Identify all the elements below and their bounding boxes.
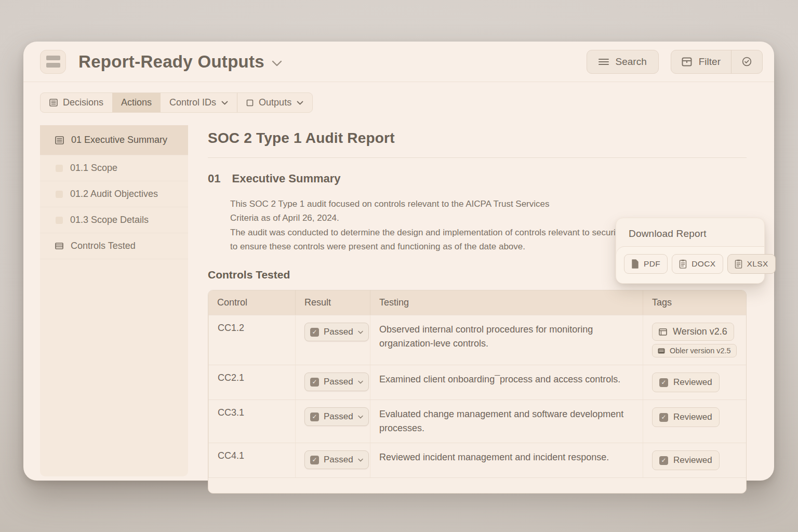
tags-cell: Wersion v2.6 Obler version v2.5 bbox=[652, 323, 739, 357]
header-actions: Search Filter bbox=[587, 50, 763, 74]
tag-label: Reviewed bbox=[673, 412, 712, 422]
page-title[interactable]: Report-Ready Outputs bbox=[78, 52, 282, 72]
checkbox-checked-icon: ✓ bbox=[310, 456, 319, 464]
tab-actions-label: Actions bbox=[121, 97, 152, 108]
control-id-cell: CC3.1 bbox=[208, 400, 295, 443]
divider bbox=[208, 157, 747, 158]
result-value: Passed bbox=[324, 377, 353, 387]
sidebar-item-scope-details[interactable]: 01.3 Scope Details bbox=[40, 207, 188, 233]
chevron-down-icon bbox=[297, 101, 303, 105]
sidebar-filler bbox=[40, 259, 188, 476]
tab-decisions-label: Decisions bbox=[63, 97, 103, 108]
section-title: Executive Summary bbox=[232, 172, 340, 185]
testing-cell: Reviewed incident management and inciden… bbox=[370, 443, 643, 477]
control-id-cell: CC2.1 bbox=[208, 365, 295, 400]
reviewed-tag[interactable]: ✓ Reviewed bbox=[652, 450, 720, 470]
file-lines-icon bbox=[735, 259, 742, 269]
result-value: Passed bbox=[324, 411, 353, 422]
section-number: 01 bbox=[208, 172, 220, 185]
content-area: 01 Executive Summary 01.1 Scope 01.2 Aud… bbox=[23, 125, 774, 482]
tag-label: Obler version v2.5 bbox=[670, 347, 731, 355]
file-solid-icon bbox=[631, 259, 639, 269]
list-icon bbox=[658, 348, 665, 354]
table-row: CC1.2 ✓ Passed Observed internal control… bbox=[208, 315, 746, 365]
verify-button[interactable] bbox=[732, 50, 762, 73]
version-tag-secondary[interactable]: Obler version v2.5 bbox=[652, 344, 737, 357]
search-button-label: Search bbox=[616, 56, 647, 68]
bullet-square-icon bbox=[56, 191, 63, 198]
result-dropdown[interactable]: ✓ Passed bbox=[304, 450, 369, 469]
chevron-down-icon bbox=[221, 101, 228, 105]
version-tag[interactable]: Wersion v2.6 bbox=[652, 323, 734, 341]
report-pane: SOC 2 Type 1 Audit Report 01 Executive S… bbox=[208, 125, 747, 482]
sidebar-item-label: 01.2 Audit Objectives bbox=[70, 189, 158, 200]
download-panel-title: Download Report bbox=[616, 218, 764, 247]
sidebar-item-label: 01.1 Scope bbox=[70, 163, 117, 174]
tab-control-ids-label: Control IDs bbox=[169, 97, 216, 108]
window-header: Report-Ready Outputs Search Filter bbox=[23, 42, 774, 82]
reviewed-tag[interactable]: ✓ Reviewed bbox=[652, 373, 720, 392]
testing-cell: Examined client onboarding¯process and a… bbox=[370, 365, 643, 400]
checkbox-checked-icon: ✓ bbox=[659, 456, 668, 465]
lined-document-icon bbox=[55, 136, 64, 144]
result-dropdown[interactable]: ✓ Passed bbox=[304, 323, 369, 341]
table-footer-filler bbox=[208, 477, 746, 493]
chevron-down-icon bbox=[358, 415, 363, 419]
filter-icon bbox=[682, 57, 692, 66]
result-dropdown[interactable]: ✓ Passed bbox=[304, 373, 369, 391]
app-logo-icon[interactable] bbox=[40, 50, 66, 74]
reviewed-tag[interactable]: ✓ Reviewed bbox=[652, 407, 720, 427]
download-pdf-button[interactable]: PDF bbox=[624, 254, 668, 274]
result-dropdown[interactable]: ✓ Passed bbox=[304, 407, 369, 426]
bullet-square-icon bbox=[56, 165, 63, 172]
download-button-label: XLSX bbox=[747, 259, 768, 269]
bullet-square-icon bbox=[56, 217, 63, 224]
list-icon bbox=[55, 243, 63, 249]
filter-group: Filter bbox=[671, 50, 763, 74]
column-header-result: Result bbox=[295, 290, 370, 315]
tab-outputs[interactable]: Outputs bbox=[237, 93, 312, 112]
circle-check-icon bbox=[742, 57, 752, 66]
paragraph-line: Criteria as of April 26, 2024. bbox=[230, 213, 339, 223]
download-buttons: PDF DOCX XLSX bbox=[616, 247, 764, 283]
filter-button[interactable]: Filter bbox=[671, 50, 731, 73]
sidebar-item-scope[interactable]: 01.1 Scope bbox=[40, 155, 188, 181]
search-button[interactable]: Search bbox=[587, 50, 659, 74]
result-value: Passed bbox=[324, 327, 353, 337]
square-outline-icon bbox=[246, 99, 254, 107]
tag-label: Wersion v2.6 bbox=[673, 326, 727, 337]
column-header-tags: Tags bbox=[643, 290, 746, 315]
window-grid-icon bbox=[659, 328, 667, 336]
sidebar-item-controls-tested[interactable]: Controls Tested bbox=[40, 233, 188, 259]
tab-actions[interactable]: Actions bbox=[112, 93, 161, 112]
table-body: CC1.2 ✓ Passed Observed internal control… bbox=[208, 315, 746, 493]
outline-sidebar: 01 Executive Summary 01.1 Scope 01.2 Aud… bbox=[40, 125, 188, 476]
tab-decisions[interactable]: Decisions bbox=[41, 93, 112, 112]
chevron-down-icon bbox=[358, 458, 363, 462]
sidebar-item-audit-objectives[interactable]: 01.2 Audit Objectives bbox=[40, 181, 188, 207]
tag-label: Reviewed bbox=[673, 377, 712, 388]
control-id-cell: CC1.2 bbox=[208, 315, 295, 365]
table-row: CC3.1 ✓ Passed Evaluated change manageme… bbox=[208, 400, 746, 443]
filter-button-label: Filter bbox=[699, 56, 721, 68]
tag-label: Reviewed bbox=[673, 455, 712, 466]
checkbox-checked-icon: ✓ bbox=[310, 413, 319, 421]
table-row: CC2.1 ✓ Passed Examined client onboardin… bbox=[208, 365, 746, 400]
tab-outputs-label: Outputs bbox=[259, 97, 291, 108]
chevron-down-icon bbox=[358, 330, 363, 334]
chevron-down-icon bbox=[272, 60, 282, 66]
page-title-text: Report-Ready Outputs bbox=[78, 52, 264, 72]
checkbox-checked-icon: ✓ bbox=[310, 378, 319, 387]
tab-control-ids[interactable]: Control IDs bbox=[161, 93, 237, 112]
search-icon bbox=[598, 58, 609, 65]
download-report-panel: Download Report PDF DOCX XLSX bbox=[616, 218, 765, 284]
checkbox-checked-icon: ✓ bbox=[659, 378, 668, 387]
download-docx-button[interactable]: DOCX bbox=[672, 254, 723, 274]
column-header-testing: Testing bbox=[370, 290, 643, 315]
sidebar-item-executive-summary[interactable]: 01 Executive Summary bbox=[40, 125, 188, 155]
testing-cell: Evaluated change management and software… bbox=[370, 400, 643, 443]
result-value: Passed bbox=[324, 455, 353, 465]
download-xlsx-button[interactable]: XLSX bbox=[727, 254, 776, 274]
checkbox-checked-icon: ✓ bbox=[310, 328, 319, 337]
download-button-label: DOCX bbox=[691, 259, 715, 269]
